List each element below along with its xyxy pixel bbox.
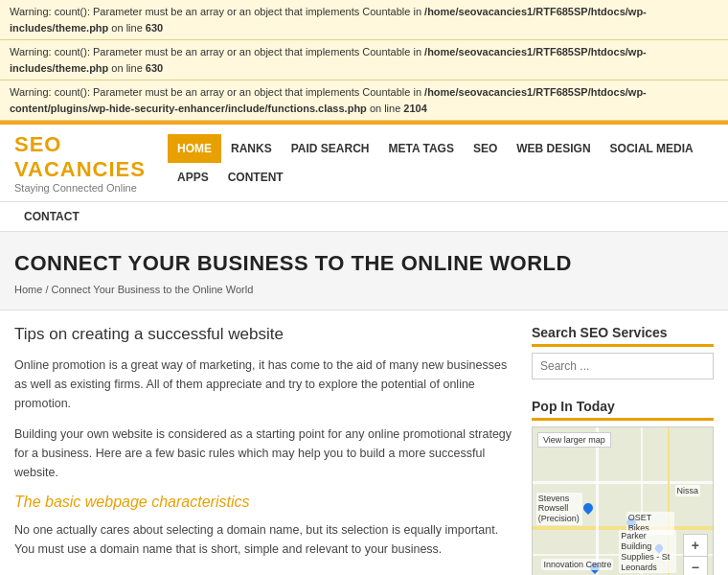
search-input[interactable] — [532, 353, 714, 380]
pop-in-today-section: Pop In Today View larger map Stevens Row — [532, 399, 714, 575]
content-area: Tips on creating a successful website On… — [14, 325, 512, 575]
warning-message: Warning: count(): Parameter must be an a… — [0, 40, 728, 80]
content-para-3: No one actually cares about selecting a … — [14, 520, 512, 559]
breadcrumb-current: Connect Your Business to the Online Worl… — [52, 284, 254, 295]
logo-title: SEO VACANCIES — [14, 132, 168, 182]
content-para-2: Building your own website is considered … — [14, 425, 512, 482]
pop-in-today-title: Pop In Today — [532, 399, 714, 421]
content-para-4: Remember, your domain name is your brand… — [14, 570, 512, 575]
nav-item-apps[interactable]: APPS — [168, 163, 218, 192]
breadcrumb: Home / Connect Your Business to the Onli… — [14, 284, 714, 295]
map-zoom-controls: + − — [683, 534, 708, 575]
content-heading: Tips on creating a successful website — [14, 325, 512, 344]
navigation: HOMERANKSPAID SEARCHMETA TAGSSEOWEB DESI… — [168, 134, 714, 192]
map-zoom-out[interactable]: − — [684, 557, 707, 575]
search-section-title: Search SEO Services — [532, 325, 714, 347]
nav-item-web-design[interactable]: WEB DESIGN — [507, 134, 600, 163]
warning-message: Warning: count(): Parameter must be an a… — [0, 80, 728, 121]
main-layout: Tips on creating a successful website On… — [0, 310, 728, 575]
nav-item-content[interactable]: CONTENT — [218, 163, 293, 192]
logo-subtitle: Staying Connected Online — [14, 182, 168, 194]
nav-item-contact[interactable]: CONTACT — [14, 202, 89, 231]
map-container: View larger map Stevens Rowsell (Precisi… — [532, 426, 714, 575]
nav-item-paid-search[interactable]: PAID SEARCH — [282, 134, 379, 163]
nav-item-home[interactable]: HOME — [168, 134, 221, 163]
hero-section: CONNECT YOUR BUSINESS TO THE ONLINE WORL… — [0, 232, 728, 310]
map-view-larger-btn[interactable]: View larger map — [537, 432, 611, 448]
map-label-5: Nissa — [675, 485, 701, 496]
nav-item-ranks[interactable]: RANKS — [221, 134, 282, 163]
header: SEO VACANCIES Staying Connected Online H… — [0, 125, 728, 202]
map-label-3: Parker Building Supplies - St Leonards — [619, 530, 676, 573]
map-label-1: Stevens Rowsell (Precision) — [536, 493, 582, 525]
nav-item-seo[interactable]: SEO — [464, 134, 507, 163]
breadcrumb-home[interactable]: Home — [14, 284, 42, 295]
content-para-1: Online promotion is a great way of marke… — [14, 356, 512, 413]
search-section: Search SEO Services — [532, 325, 714, 380]
map-zoom-in[interactable]: + — [684, 535, 707, 557]
map-label-4: Innovation Centre — [541, 559, 613, 570]
content-subheading: The basic webpage characteristics — [14, 494, 512, 511]
nav-item-meta-tags[interactable]: META TAGS — [378, 134, 463, 163]
sidebar: Search SEO Services Pop In Today — [532, 325, 714, 575]
logo: SEO VACANCIES Staying Connected Online — [14, 132, 168, 194]
warning-message: Warning: count(): Parameter must be an a… — [0, 0, 728, 40]
nav-item-social-media[interactable]: SOCIAL MEDIA — [601, 134, 703, 163]
page-title: CONNECT YOUR BUSINESS TO THE ONLINE WORL… — [14, 251, 714, 276]
